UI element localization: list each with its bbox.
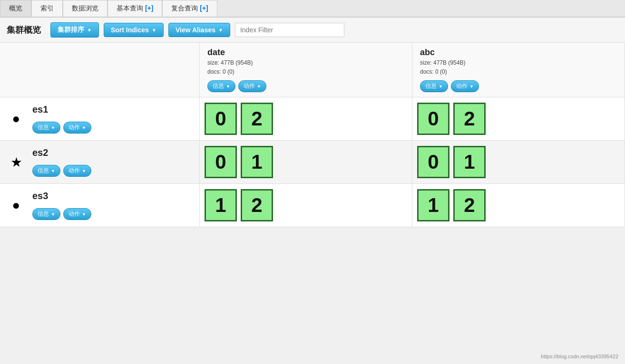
- shard-es2-date-1: 1: [241, 146, 273, 178]
- index-filter-input[interactable]: [235, 23, 344, 37]
- node-es3-info: ● es3 信息 ▼ 动作 ▼: [0, 184, 200, 227]
- node-es2-details: es2 信息 ▼ 动作 ▼: [32, 147, 91, 177]
- index-date-name: date: [207, 48, 404, 57]
- shard-es3-abc-2: 2: [453, 189, 486, 221]
- index-abc-info-button[interactable]: 信息 ▼: [420, 80, 448, 92]
- cluster-sort-button[interactable]: 集群排序 ▼: [50, 22, 99, 38]
- tab-overview[interactable]: 概览: [0, 0, 31, 17]
- node-es2-abc-shards: 0 1: [412, 141, 625, 183]
- node-es1-info: ● es1 信息 ▼ 动作 ▼: [0, 97, 200, 140]
- index-date-action-button[interactable]: 动作 ▼: [238, 80, 266, 92]
- shard-es2-abc-0: 0: [417, 146, 449, 178]
- node-es2-info-button[interactable]: 信息 ▼: [32, 165, 60, 177]
- node-es2-icon: ★: [8, 154, 25, 170]
- shard-es1-abc-0: 0: [417, 103, 449, 135]
- index-header-row: date size: 477B (954B) docs: 0 (0) 信息 ▼ …: [0, 43, 625, 97]
- node-es3-abc-shards: 1 2: [412, 184, 625, 227]
- node-es2-date-shards: 0 1: [200, 141, 412, 183]
- node-es2-actions: 信息 ▼ 动作 ▼: [32, 165, 91, 177]
- shard-es1-date-2: 2: [241, 103, 273, 135]
- view-aliases-button[interactable]: View Aliases ▼: [168, 23, 230, 37]
- node-es3-date-shards: 1 2: [200, 184, 412, 227]
- node-es1-icon: ●: [8, 111, 25, 126]
- index-date-size: size: 477B (954B): [207, 58, 404, 67]
- page-title: 集群概览: [7, 24, 41, 36]
- node-es1-action-button[interactable]: 动作 ▼: [63, 122, 91, 134]
- index-date-actions: 信息 ▼ 动作 ▼: [207, 80, 404, 92]
- node-es1-details: es1 信息 ▼ 动作 ▼: [32, 104, 91, 134]
- tab-complex-query[interactable]: 复合查询 [+]: [162, 0, 217, 17]
- node-es2-name: es2: [32, 147, 91, 158]
- main-content: date size: 477B (954B) docs: 0 (0) 信息 ▼ …: [0, 43, 625, 227]
- node-es3-actions: 信息 ▼ 动作 ▼: [32, 208, 91, 220]
- node-es2-info: ★ es2 信息 ▼ 动作 ▼: [0, 141, 200, 183]
- shard-es2-date-0: 0: [205, 146, 237, 178]
- index-abc-size: size: 477B (954B): [420, 58, 617, 67]
- tab-data-browse[interactable]: 数据浏览: [63, 0, 107, 17]
- node-es1-info-button[interactable]: 信息 ▼: [32, 122, 60, 134]
- shard-es2-abc-1: 1: [453, 146, 486, 178]
- index-abc-name: abc: [420, 48, 617, 57]
- tab-index[interactable]: 索引: [31, 0, 63, 17]
- sort-indices-button[interactable]: Sort Indices ▼: [104, 23, 164, 37]
- top-nav: 概览 索引 数据浏览 基本查询 [+] 复合查询 [+]: [0, 0, 625, 18]
- node-row-es2: ★ es2 信息 ▼ 动作 ▼ 0 1: [0, 141, 625, 184]
- node-row-es3: ● es3 信息 ▼ 动作 ▼ 1 2: [0, 184, 625, 227]
- node-es1-name: es1: [32, 104, 91, 115]
- shard-es1-date-0: 0: [205, 103, 237, 135]
- shard-es3-date-2: 2: [241, 189, 273, 221]
- node-es1-abc-shards: 0 2: [412, 97, 625, 140]
- index-date-docs: docs: 0 (0): [207, 67, 404, 77]
- node-es3-info-button[interactable]: 信息 ▼: [32, 208, 60, 220]
- shard-es1-abc-2: 2: [453, 103, 486, 135]
- node-es1-actions: 信息 ▼ 动作 ▼: [32, 122, 91, 134]
- index-abc-action-button[interactable]: 动作 ▼: [451, 80, 479, 92]
- shard-es3-date-1: 1: [205, 189, 237, 221]
- index-abc-docs: docs: 0 (0): [420, 67, 617, 77]
- node-es2-action-button[interactable]: 动作 ▼: [63, 165, 91, 177]
- index-abc-actions: 信息 ▼ 动作 ▼: [420, 80, 617, 92]
- index-abc-col: abc size: 477B (954B) docs: 0 (0) 信息 ▼ 动…: [412, 43, 625, 97]
- node-es3-action-button[interactable]: 动作 ▼: [63, 208, 91, 220]
- node-es3-name: es3: [32, 191, 91, 201]
- tab-basic-query[interactable]: 基本查询 [+]: [107, 0, 162, 17]
- node-es3-icon: ●: [8, 198, 25, 213]
- index-date-info-button[interactable]: 信息 ▼: [207, 80, 235, 92]
- node-col-spacer: [0, 43, 200, 97]
- node-es3-details: es3 信息 ▼ 动作 ▼: [32, 191, 91, 220]
- header-bar: 集群概览 集群排序 ▼ Sort Indices ▼ View Aliases …: [0, 18, 625, 43]
- node-es1-date-shards: 0 2: [200, 97, 412, 140]
- index-date-col: date size: 477B (954B) docs: 0 (0) 信息 ▼ …: [200, 43, 412, 97]
- node-row-es1: ● es1 信息 ▼ 动作 ▼ 0 2: [0, 97, 625, 141]
- shard-es3-abc-1: 1: [417, 189, 449, 221]
